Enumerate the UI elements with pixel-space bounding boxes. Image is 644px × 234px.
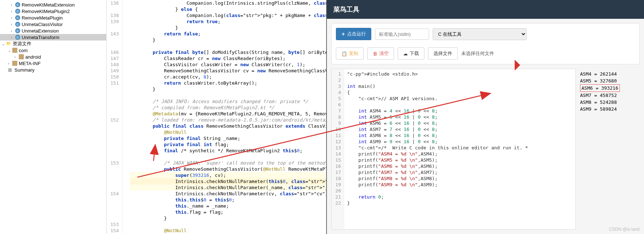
tree-item[interactable]: ›CUnmetaClassVisitor (0, 21, 106, 27)
send-icon: ✈ (341, 31, 345, 37)
tree-label: RemoveMetaPlugin (22, 15, 62, 21)
tree-item[interactable]: ›CRemoveKtMetaExtension (0, 1, 106, 8)
tree-item[interactable]: ›CUnmetaExtension (0, 27, 106, 34)
tree-item[interactable]: ›CRemoveMetaPlugin (0, 14, 106, 21)
sidebar: ›CRemoveKtMetaExtension ›CRemoveKtMetaPl… (0, 0, 107, 234)
output-line: ASM7 = 458752 (580, 92, 640, 99)
run-button[interactable]: ✈点击运行 (336, 28, 371, 40)
output-box: ASM4 = 262144ASM5 = 327680ASM6 = 393216A… (580, 69, 640, 230)
tree-label: UnmetaClassVisitor (22, 22, 63, 27)
online-editor[interactable]: 12345678910111213141516171819202122 "c-p… (331, 69, 576, 230)
tree-label: android (25, 54, 41, 60)
tree-label: UnmetaExtension (22, 28, 59, 34)
toolbar: ✈点击运行 C 在线工具 📋复制 🗑清空 ☁下载 选择文件 未选择任何文件 (331, 23, 640, 64)
online-code[interactable]: "c-pp">#include <stdio.h> int main(){ "c… (344, 69, 575, 229)
clear-button[interactable]: 🗑清空 (367, 47, 394, 60)
copy-label: 复制 (349, 50, 358, 57)
folder-icon (12, 48, 17, 53)
download-label: 下载 (410, 50, 419, 57)
tree-label: UnmetaTransform (22, 35, 59, 40)
tree-item[interactable]: ⌄com (0, 47, 106, 54)
tree-item[interactable]: ›META-INF (0, 60, 106, 67)
right-panel: 菜鸟工具 ✈点击运行 C 在线工具 📋复制 🗑清空 ☁下载 选择文件 未选择任何… (326, 0, 644, 234)
output-line: ASM4 = 262144 (580, 71, 640, 77)
output-line: ASM5 = 327680 (580, 77, 640, 84)
copy-button[interactable]: 📋复制 (336, 47, 364, 60)
output-line: ASM9 = 589824 (580, 106, 640, 112)
resource-icon: 📁 (6, 41, 11, 46)
run-label: 点击运行 (347, 31, 366, 37)
tree-label: META-INF (19, 61, 40, 66)
folder-icon (12, 61, 17, 66)
download-button[interactable]: ☁下载 (398, 47, 424, 60)
no-file-label: 未选择任何文件 (461, 50, 494, 57)
output-line: ASM8 = 524288 (580, 99, 640, 106)
tree-label: Summary (14, 67, 35, 73)
class-icon: C (15, 22, 20, 27)
tree-item[interactable]: ›android (0, 54, 106, 60)
tree-label: RemoveKtMetaPlugin2 (22, 9, 70, 14)
trash-icon: 🗑 (373, 51, 377, 56)
tree-label: RemoveKtMetaExtension (22, 2, 75, 8)
download-icon: ☁ (403, 51, 408, 56)
class-icon: C (15, 2, 20, 7)
panel-title: 菜鸟工具 (327, 0, 644, 19)
class-icon: C (15, 28, 20, 33)
class-icon: C (15, 9, 20, 14)
tree-label: 资源文件 (13, 41, 31, 47)
copy-icon: 📋 (341, 51, 347, 56)
language-select[interactable]: C 在线工具 (433, 28, 527, 40)
gutter: 136 138139 143 146147148149150151 152 15… (107, 0, 123, 234)
clear-label: 清空 (379, 50, 389, 57)
file-icon: ▦ (8, 67, 13, 72)
code-area[interactable]: Companion.log(Intrinsics.stringPlus(clzN… (123, 0, 326, 234)
class-icon: C (15, 15, 20, 20)
tree-item[interactable]: ›CRemoveKtMetaPlugin2 (0, 8, 106, 14)
tree-item[interactable]: ▦Summary (0, 67, 106, 73)
tree-item-resources[interactable]: ⌄📁资源文件 (0, 41, 106, 47)
online-gutter: 12345678910111213141516171819202122 (332, 69, 344, 229)
tree-label: com (19, 48, 28, 53)
watermark: CSDN @is-land (609, 227, 640, 232)
code-editor: 136 138139 143 146147148149150151 152 15… (107, 0, 326, 234)
choose-file-button[interactable]: 选择文件 (428, 47, 458, 60)
folder-icon (19, 54, 24, 59)
output-line: ASM6 = 393216 (580, 84, 620, 92)
tree-item-selected[interactable]: ›CUnmetaTransform (0, 34, 106, 41)
stdin-input[interactable] (375, 29, 429, 40)
class-icon: C (15, 35, 20, 40)
